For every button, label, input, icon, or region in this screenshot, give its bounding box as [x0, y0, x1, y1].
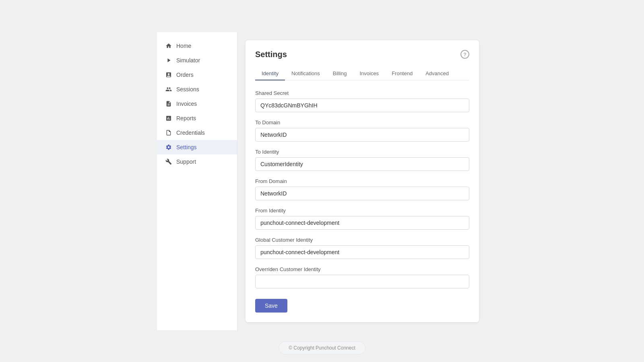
- sidebar-item-credentials[interactable]: Credentials: [157, 125, 237, 140]
- sidebar-item-reports-label: Reports: [176, 115, 196, 121]
- sidebar-item-invoices[interactable]: Invoices: [157, 97, 237, 111]
- save-button[interactable]: Save: [255, 299, 287, 313]
- sidebar-item-credentials-label: Credentials: [176, 130, 205, 136]
- sidebar-item-support-label: Support: [176, 158, 196, 165]
- sessions-icon: [165, 86, 172, 93]
- to-identity-input[interactable]: [255, 157, 469, 171]
- main-content: Settings ? Identity Notifications Billin…: [237, 32, 487, 330]
- from-domain-label: From Domain: [255, 178, 469, 184]
- home-icon: [165, 42, 172, 49]
- sidebar-item-orders[interactable]: Orders: [157, 68, 237, 82]
- sidebar-item-reports[interactable]: Reports: [157, 111, 237, 125]
- tab-frontend[interactable]: Frontend: [385, 67, 419, 80]
- sidebar-item-simulator[interactable]: Simulator: [157, 53, 237, 68]
- overriden-customer-identity-label: Overriden Customer Identity: [255, 266, 469, 272]
- overriden-customer-identity-input[interactable]: [255, 275, 469, 288]
- settings-header: Settings ?: [255, 50, 469, 59]
- global-customer-identity-label: Global Customer Identity: [255, 237, 469, 243]
- settings-icon: [165, 144, 172, 151]
- sidebar-item-settings[interactable]: Settings: [157, 140, 237, 154]
- to-identity-group: To Identity: [255, 149, 469, 171]
- simulator-icon: [165, 57, 172, 64]
- footer: © Copyright Punchout Connect: [279, 341, 365, 354]
- invoices-icon: [165, 100, 172, 107]
- to-domain-label: To Domain: [255, 119, 469, 125]
- tab-advanced[interactable]: Advanced: [419, 67, 455, 80]
- sidebar-item-home-label: Home: [176, 43, 191, 49]
- tab-notifications[interactable]: Notifications: [285, 67, 326, 80]
- orders-icon: [165, 71, 172, 78]
- sidebar-item-sessions[interactable]: Sessions: [157, 82, 237, 97]
- from-identity-input[interactable]: [255, 216, 469, 230]
- sidebar-item-sessions-label: Sessions: [176, 86, 199, 93]
- from-identity-label: From Identity: [255, 208, 469, 214]
- shared-secret-label: Shared Secret: [255, 90, 469, 96]
- overriden-customer-identity-group: Overriden Customer Identity: [255, 266, 469, 288]
- support-icon: [165, 158, 172, 165]
- page-wrapper: Home Simulator Orders Sessions: [0, 0, 644, 362]
- help-button[interactable]: ?: [460, 50, 469, 59]
- from-domain-input[interactable]: [255, 187, 469, 200]
- outer-wrap: Home Simulator Orders Sessions: [157, 32, 487, 330]
- tab-invoices[interactable]: Invoices: [353, 67, 385, 80]
- credentials-icon: [165, 129, 172, 136]
- sidebar-item-home[interactable]: Home: [157, 39, 237, 53]
- sidebar-item-support[interactable]: Support: [157, 154, 237, 169]
- sidebar-item-invoices-label: Invoices: [176, 101, 197, 107]
- to-domain-input[interactable]: [255, 128, 469, 142]
- sidebar-item-simulator-label: Simulator: [176, 57, 200, 64]
- settings-card: Settings ? Identity Notifications Billin…: [246, 40, 479, 322]
- from-domain-group: From Domain: [255, 178, 469, 200]
- tab-billing[interactable]: Billing: [326, 67, 353, 80]
- reports-icon: [165, 115, 172, 122]
- global-customer-identity-group: Global Customer Identity: [255, 237, 469, 259]
- from-identity-group: From Identity: [255, 208, 469, 230]
- shared-secret-group: Shared Secret: [255, 90, 469, 112]
- to-identity-label: To Identity: [255, 149, 469, 155]
- sidebar-item-orders-label: Orders: [176, 72, 194, 78]
- tabs-bar: Identity Notifications Billing Invoices …: [255, 67, 469, 80]
- to-domain-group: To Domain: [255, 119, 469, 142]
- sidebar-item-settings-label: Settings: [176, 144, 197, 150]
- sidebar: Home Simulator Orders Sessions: [157, 32, 237, 330]
- shared-secret-input[interactable]: [255, 99, 469, 112]
- tab-identity[interactable]: Identity: [255, 67, 285, 80]
- global-customer-identity-input[interactable]: [255, 245, 469, 259]
- page-title: Settings: [255, 50, 287, 59]
